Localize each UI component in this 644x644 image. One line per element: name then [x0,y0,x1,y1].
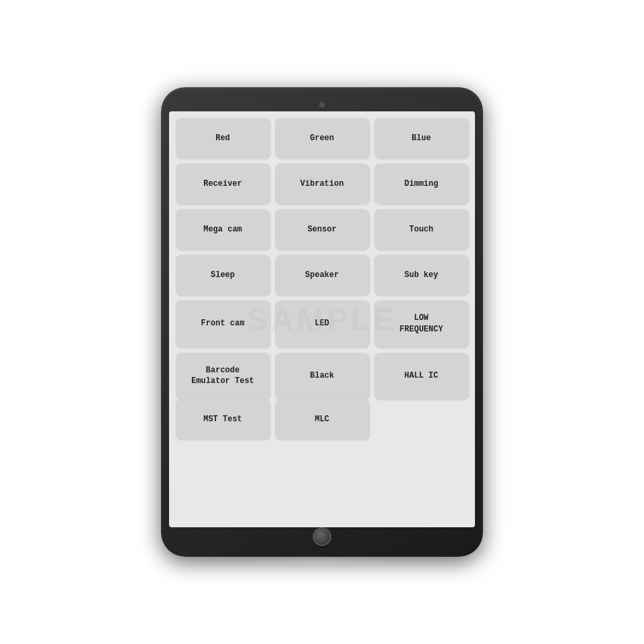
btn-sub-key[interactable]: Sub key [374,255,468,295]
button-grid-main: RedGreenBlueReceiverVibrationDimmingMega… [176,118,468,399]
btn-dimming[interactable]: Dimming [374,164,468,204]
btn-black[interactable]: Black [275,353,369,400]
tablet-screen: SAMPLE RedGreenBlueReceiverVibrationDimm… [169,111,475,527]
btn-low-frequency[interactable]: LOW FREQUENCY [374,301,468,347]
btn-blue[interactable]: Blue [374,118,468,158]
btn-led[interactable]: LED [275,301,369,347]
btn-speaker[interactable]: Speaker [275,255,369,295]
btn-red[interactable]: Red [176,118,270,158]
btn-mega-cam[interactable]: Mega cam [176,209,270,250]
button-grid-last-row: MST TestMLC [176,399,468,439]
btn-green[interactable]: Green [275,118,369,158]
btn-front-cam[interactable]: Front cam [176,301,270,347]
btn-mst-test[interactable]: MST Test [176,399,270,439]
btn-barcode[interactable]: Barcode Emulator Test [176,353,270,400]
btn-vibration[interactable]: Vibration [275,164,369,204]
btn-receiver[interactable]: Receiver [176,164,270,204]
tablet-device: SAMPLE RedGreenBlueReceiverVibrationDimm… [161,87,483,557]
tablet-bottom-bar [169,527,475,546]
btn-sensor[interactable]: Sensor [275,209,369,250]
btn-hall-ic[interactable]: HALL IC [374,353,468,400]
btn-sleep[interactable]: Sleep [176,255,270,295]
btn-touch[interactable]: Touch [374,209,468,250]
camera-icon [319,102,325,107]
home-button[interactable] [313,527,331,546]
btn-mlc[interactable]: MLC [275,399,369,439]
tablet-top-bar [169,98,475,111]
